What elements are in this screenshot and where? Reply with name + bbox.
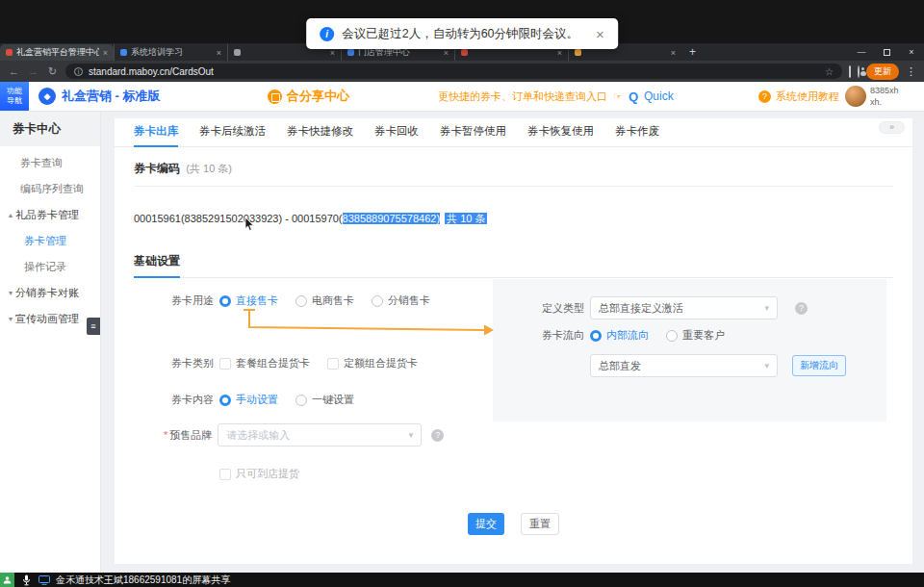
tab-resume-use[interactable]: 券卡恢复使用 xyxy=(527,118,594,147)
main-area: » 券卡出库 券卡后续激活 券卡快捷修改 券卡回收 券卡暂停使用 券卡恢复使用 … xyxy=(102,112,924,573)
tab-close-icon[interactable]: × xyxy=(330,48,335,58)
flow-select[interactable]: 总部直发 ▾ xyxy=(590,354,778,377)
presale-brand-input[interactable] xyxy=(226,429,402,441)
radio-distribution-sale[interactable]: 分销售卡 xyxy=(372,294,430,308)
pointer-icon: ☞ xyxy=(613,90,623,103)
define-type-select[interactable]: 总部直接定义激活 ▾ xyxy=(590,296,778,319)
add-flow-button[interactable]: 新增流向 xyxy=(792,355,846,376)
sidebar-item-card-query[interactable]: 券卡查询 xyxy=(0,150,100,176)
radio-label: 手动设置 xyxy=(236,393,278,407)
radio-label: 内部流向 xyxy=(606,328,649,343)
radio-direct-sale[interactable]: 直接售卡 xyxy=(219,294,278,308)
tab-quick-edit[interactable]: 券卡快捷修改 xyxy=(287,118,353,147)
window-minimize-button[interactable]: — xyxy=(849,43,874,61)
chevron-down-icon: ▾ xyxy=(9,289,13,297)
browser-tab-2[interactable]: 系统培训学习 × xyxy=(114,44,227,61)
sidebar-group-distribution-reconcile[interactable]: ▾ 分销券卡对账 xyxy=(0,280,100,306)
radio-manual-setup[interactable]: 手动设置 xyxy=(219,393,278,407)
browser-tab-1[interactable]: 礼盒营销平台管理中心 × xyxy=(0,44,114,61)
extensions-icon[interactable] xyxy=(849,66,851,77)
url-text[interactable]: standard.maboy.cn/CardsOut xyxy=(89,66,819,77)
checkbox-package-combo-card[interactable]: 套餐组合提货卡 xyxy=(219,356,310,370)
profile-icon[interactable] xyxy=(858,66,860,77)
checkbox-store-pickup-only[interactable]: 只可到店提货 xyxy=(219,467,299,481)
window-close-button[interactable]: × xyxy=(899,43,924,61)
radio-on-icon[interactable] xyxy=(219,395,231,406)
promo-entry[interactable]: 更快捷的券卡、订单和快递查询入口 ☞ Q Quick xyxy=(438,82,674,111)
radio-label: 重要客户 xyxy=(682,328,725,343)
presale-brand-select[interactable]: ▾ xyxy=(218,423,422,447)
sidebar-item-code-sequence-query[interactable]: 编码序列查询 xyxy=(0,176,100,202)
code-text: 00015961(8385291502033923) - 00015970( xyxy=(134,213,343,224)
radio-ecommerce-sale[interactable]: 电商售卡 xyxy=(295,294,354,308)
checkbox-icon[interactable] xyxy=(219,469,231,480)
code-count-badge: 共 10 条 xyxy=(445,213,487,224)
tab-cards-out[interactable]: 券卡出库 xyxy=(134,118,178,147)
tab-void[interactable]: 券卡作废 xyxy=(615,118,659,147)
radio-off-icon[interactable] xyxy=(666,330,678,342)
tab-title: 系统培训学习 xyxy=(131,46,213,59)
define-type-help-icon[interactable]: ? xyxy=(795,302,808,315)
gift-icon xyxy=(268,89,282,104)
sidebar-item-label: 宣传动画管理 xyxy=(15,312,79,326)
screen-share-text: 金禾通技术王斌18662591081的屏幕共享 xyxy=(56,574,230,587)
tab-close-icon[interactable]: × xyxy=(557,48,562,58)
browser-menu-icon[interactable]: ⋮ xyxy=(906,65,916,78)
radio-internal-flow[interactable]: 内部流向 xyxy=(590,328,649,343)
quick-label[interactable]: Quick xyxy=(644,89,674,103)
chevron-down-icon: ▾ xyxy=(403,430,414,440)
card-flow-row: 券卡流向 内部流向 重要客户 xyxy=(493,328,886,343)
reload-icon[interactable]: ↻ xyxy=(46,65,59,78)
sidebar-collapse-handle[interactable]: ≡ xyxy=(87,318,100,335)
screen-share-icon[interactable] xyxy=(38,575,50,585)
radio-important-customer[interactable]: 重要客户 xyxy=(666,328,725,343)
submit-button[interactable]: 提交 xyxy=(468,513,504,535)
favicon-icon xyxy=(461,49,468,56)
radio-off-icon[interactable] xyxy=(372,295,383,307)
sidebar-group-gift-card-management[interactable]: ▴ 礼品券卡管理 xyxy=(0,202,100,228)
back-icon[interactable]: ← xyxy=(8,65,20,77)
tab-followup-activate[interactable]: 券卡后续激活 xyxy=(199,118,266,147)
chevron-down-icon: ▾ xyxy=(9,315,13,323)
forward-icon[interactable]: → xyxy=(27,65,39,77)
browser-update-button[interactable]: 更新 xyxy=(866,64,899,80)
panel-collapse-button[interactable]: » xyxy=(879,121,905,134)
define-type-label: 定义类型 xyxy=(542,301,590,316)
promo-text: 更快捷的券卡、订单和快递查询入口 xyxy=(438,89,607,104)
window-maximize-button[interactable] xyxy=(874,43,899,61)
card-content-row: 券卡内容 手动设置 一键设置 xyxy=(171,393,372,407)
user-avatar[interactable] xyxy=(845,86,866,107)
bookmark-star-icon[interactable]: ☆ xyxy=(825,66,834,77)
tab-close-icon[interactable]: × xyxy=(103,48,108,58)
radio-on-icon[interactable] xyxy=(219,295,231,307)
checkbox-icon[interactable] xyxy=(219,358,231,370)
radio-off-icon[interactable] xyxy=(295,295,307,307)
sidebar-item-operation-records[interactable]: 操作记录 xyxy=(0,254,100,280)
radio-one-click-setup[interactable]: 一键设置 xyxy=(295,393,354,407)
site-info-icon[interactable]: i xyxy=(74,67,83,76)
tab-recycle[interactable]: 券卡回收 xyxy=(374,118,419,147)
tab-pause-use[interactable]: 券卡暂停使用 xyxy=(440,118,506,147)
tab-close-icon[interactable]: × xyxy=(671,48,676,58)
url-bar[interactable]: i standard.maboy.cn/CardsOut ☆ xyxy=(65,64,842,79)
checkbox-icon[interactable] xyxy=(327,358,339,370)
tab-close-icon[interactable]: × xyxy=(444,48,449,58)
favicon-icon xyxy=(120,49,127,56)
checkbox-fixed-amount-combo-card[interactable]: 定额组合提货卡 xyxy=(327,356,418,370)
function-nav-button[interactable]: 功能 导航 xyxy=(0,82,29,111)
sidebar-item-card-management[interactable]: 券卡管理 xyxy=(0,228,100,254)
tab-close-icon[interactable]: × xyxy=(217,48,221,58)
reset-button[interactable]: 重置 xyxy=(521,513,559,535)
sidebar-item-label: 券卡查询 xyxy=(20,156,63,170)
toast-close-icon[interactable]: × xyxy=(596,27,604,41)
tutorial-link[interactable]: ? 系统使用教程 xyxy=(758,82,839,111)
share-center-link[interactable]: 合分享中心 xyxy=(268,82,349,111)
radio-on-icon[interactable] xyxy=(590,330,602,342)
presale-brand-help-icon[interactable]: ? xyxy=(431,429,444,442)
new-tab-button[interactable]: + xyxy=(689,45,696,59)
card-usage-row: 券卡用途 直接售卡 电商售卡 分销售卡 xyxy=(171,294,448,308)
radio-off-icon[interactable] xyxy=(295,395,307,406)
sidebar-group-promo-animation[interactable]: ▾ 宣传动画管理 xyxy=(0,306,100,332)
chevron-down-icon: ▾ xyxy=(758,361,769,370)
microphone-icon[interactable] xyxy=(22,574,31,586)
